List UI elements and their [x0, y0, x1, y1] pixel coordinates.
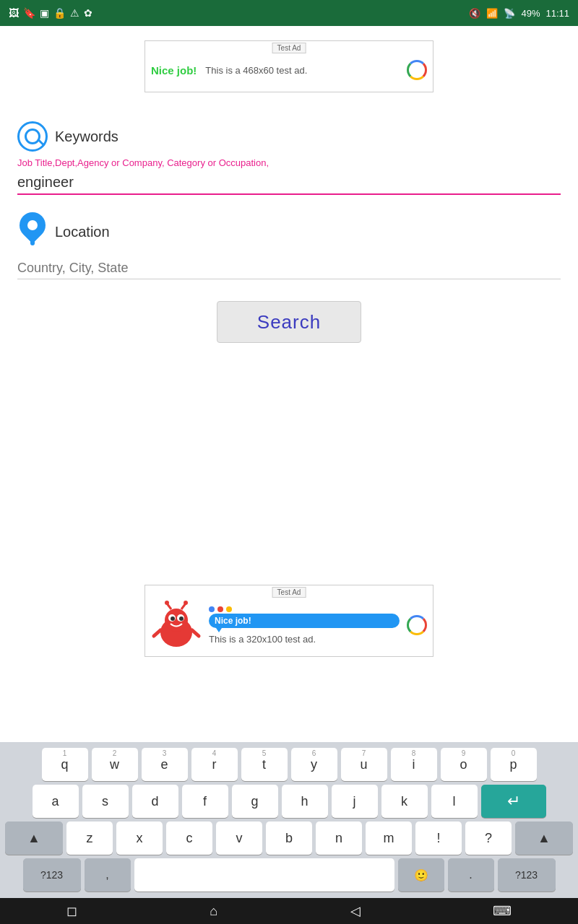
key-shift[interactable]: ▲ — [5, 821, 63, 855]
key-o[interactable]: 9o — [441, 748, 487, 781]
alert-icon: ⚠ — [70, 7, 79, 19]
keywords-hint: Job Title,Dept,Agency or Company, Catego… — [17, 157, 561, 168]
key-f[interactable]: f — [182, 785, 228, 818]
key-q[interactable]: 1q — [42, 748, 88, 781]
location-header: Location — [17, 212, 561, 252]
svg-line-10 — [154, 630, 160, 636]
key-y[interactable]: 6y — [291, 748, 337, 781]
key-comma[interactable]: , — [85, 858, 131, 892]
key-a[interactable]: a — [33, 785, 79, 818]
monster-illustration — [151, 600, 202, 650]
keywords-header: Keywords — [17, 121, 561, 152]
key-h[interactable]: h — [282, 785, 328, 818]
ad-banner-top: Test Ad Nice job! This is a 468x60 test … — [144, 40, 434, 92]
key-enter[interactable]: ↵ — [481, 785, 546, 818]
key-b[interactable]: b — [266, 821, 312, 855]
photo-icon: 🖼 — [9, 7, 19, 19]
nav-recent-icon[interactable]: ◁ — [350, 903, 361, 919]
key-e[interactable]: 3e — [142, 748, 188, 781]
time-display: 11:11 — [545, 8, 569, 19]
nav-home-icon[interactable]: ⌂ — [210, 904, 217, 919]
key-t[interactable]: 5t — [241, 748, 288, 781]
ad-middle-bubble-area: Nice job! This is a 320x100 test ad. — [209, 606, 400, 645]
key-space[interactable] — [134, 858, 394, 892]
key-l[interactable]: l — [431, 785, 478, 818]
svg-point-5 — [179, 616, 184, 621]
wifi-icon: 📶 — [486, 8, 498, 19]
ad-nice-job-middle: Nice job! — [209, 614, 400, 628]
location-input[interactable] — [17, 258, 561, 279]
signal-icon: 📡 — [504, 8, 515, 19]
svg-point-4 — [171, 616, 175, 621]
key-symbols-left[interactable]: ?123 — [23, 858, 81, 892]
search-button[interactable]: Search — [217, 301, 361, 343]
key-r[interactable]: 4r — [191, 748, 238, 781]
svg-line-11 — [192, 630, 199, 636]
search-button-wrap: Search — [17, 301, 561, 343]
nav-bar: ◻ ⌂ ◁ ⌨ — [0, 898, 578, 924]
ad-logo-middle — [407, 615, 427, 635]
location-section: Location — [17, 212, 561, 279]
key-k[interactable]: k — [381, 785, 428, 818]
key-z[interactable]: z — [66, 821, 113, 855]
status-bar-left: 🖼 🔖 ▣ 🔒 ⚠ ✿ — [9, 7, 92, 19]
bookmark-icon: 🔖 — [23, 7, 35, 19]
key-j[interactable]: j — [332, 785, 378, 818]
key-period[interactable]: . — [448, 858, 494, 892]
nav-back-icon[interactable]: ◻ — [66, 903, 77, 919]
ad-label-top: Test Ad — [272, 43, 306, 53]
keyboard-row-4: ?123 , 🙂 . ?123 — [3, 858, 575, 892]
ad-logo-top — [407, 60, 427, 80]
ad-desc-top: This is a 468x60 test ad. — [205, 65, 307, 76]
keywords-title: Keywords — [55, 128, 118, 145]
keyboard-row-1: 1q 2w 3e 4r 5t 6y 7u 8i 9o 0p — [3, 748, 575, 781]
key-p[interactable]: 0p — [491, 748, 537, 781]
key-shift-right[interactable]: ▲ — [515, 821, 573, 855]
key-g[interactable]: g — [232, 785, 278, 818]
app-icon-2: 🔒 — [53, 7, 66, 19]
ad-banner-middle: Test Ad — [144, 585, 434, 657]
battery-percent: 49% — [521, 8, 540, 19]
ad-nice-job-top: Nice job! — [151, 64, 197, 77]
search-icon — [17, 121, 48, 152]
svg-point-7 — [165, 601, 169, 605]
key-w[interactable]: 2w — [92, 748, 138, 781]
main-content: Keywords Job Title,Dept,Agency or Compan… — [0, 107, 578, 357]
status-bar-right: 🔇 📶 📡 49% 11:11 — [469, 8, 569, 19]
svg-point-1 — [165, 609, 188, 632]
key-c[interactable]: c — [166, 821, 212, 855]
key-symbols-right[interactable]: ?123 — [498, 858, 556, 892]
key-n[interactable]: n — [316, 821, 362, 855]
key-m[interactable]: m — [366, 821, 412, 855]
ad-label-middle: Test Ad — [272, 587, 306, 598]
ad-dots — [209, 606, 400, 612]
key-emoji[interactable]: 🙂 — [398, 858, 444, 892]
keyboard-row-3: ▲ z x c v b n m ! ? ▲ — [3, 821, 575, 855]
location-icon — [17, 212, 48, 252]
settings-icon: ✿ — [84, 7, 92, 19]
svg-point-9 — [184, 601, 188, 605]
key-v[interactable]: v — [216, 821, 262, 855]
keywords-input[interactable] — [17, 171, 561, 195]
keyboard[interactable]: 1q 2w 3e 4r 5t 6y 7u 8i 9o 0p a s d f g … — [0, 742, 578, 898]
location-title: Location — [55, 224, 110, 240]
key-s[interactable]: s — [82, 785, 129, 818]
app-icon-1: ▣ — [40, 7, 49, 19]
key-i[interactable]: 8i — [391, 748, 437, 781]
mute-icon: 🔇 — [469, 8, 480, 19]
keyboard-row-2: a s d f g h j k l ↵ — [3, 785, 575, 818]
nav-keyboard-icon[interactable]: ⌨ — [493, 903, 512, 919]
key-x[interactable]: x — [116, 821, 163, 855]
key-d[interactable]: d — [132, 785, 178, 818]
key-u[interactable]: 7u — [341, 748, 387, 781]
ad-desc-middle: This is a 320x100 test ad. — [209, 634, 400, 645]
key-question[interactable]: ? — [465, 821, 512, 855]
key-exclaim[interactable]: ! — [415, 821, 462, 855]
status-bar: 🖼 🔖 ▣ 🔒 ⚠ ✿ 🔇 📶 📡 49% 11:11 — [0, 0, 578, 26]
